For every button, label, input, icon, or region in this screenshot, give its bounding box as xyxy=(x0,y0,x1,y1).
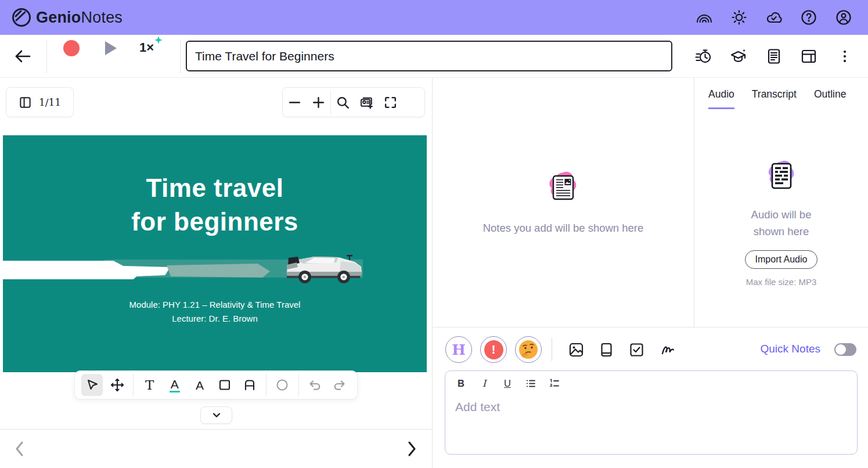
text-tool-glyph: T xyxy=(145,379,154,392)
audio-empty-icon xyxy=(764,159,799,194)
move-tool-button[interactable] xyxy=(106,374,128,396)
editor-toolbar: B I U xyxy=(456,378,560,389)
fullscreen-icon xyxy=(383,95,398,110)
cloud-sync-icon[interactable] xyxy=(765,9,783,26)
more-menu-icon[interactable] xyxy=(836,48,853,65)
notes-empty-icon xyxy=(546,171,581,206)
annotation-toolbar: T A A xyxy=(74,370,358,399)
font-tool-button[interactable]: A xyxy=(189,374,210,396)
next-page-button[interactable] xyxy=(404,440,419,458)
tab-transcript[interactable]: Transcript xyxy=(752,88,797,109)
genio-logo-icon xyxy=(10,6,33,28)
slide-page[interactable]: Time travel for beginners xyxy=(3,135,427,372)
insert-image-icon[interactable] xyxy=(568,342,584,358)
bold-button[interactable]: B xyxy=(456,378,466,389)
collapse-toolbar-button[interactable] xyxy=(200,406,232,424)
quick-notes-section: H ! xyxy=(433,327,868,468)
text-tool-button[interactable]: T xyxy=(139,374,160,396)
app-header: GenioNotes xyxy=(0,0,868,35)
audio-empty-message: Audio will be shown here xyxy=(751,207,812,240)
quick-notes-toggle[interactable] xyxy=(834,343,856,356)
search-button[interactable] xyxy=(331,87,355,117)
account-icon[interactable] xyxy=(835,9,852,26)
chevron-left-icon xyxy=(12,440,27,458)
rectangle-tool-button[interactable] xyxy=(214,374,236,396)
highlight-tool-glyph: A xyxy=(170,378,180,393)
panel-tabs: Audio Transcript Outline xyxy=(708,88,846,109)
note-editor[interactable]: B I U xyxy=(445,370,858,455)
notes-panel: Notes you add will be shown here xyxy=(433,78,694,327)
textbox-tool-button[interactable] xyxy=(239,374,261,396)
bullet-list-icon xyxy=(525,378,536,389)
search-icon xyxy=(336,95,350,110)
help-icon[interactable] xyxy=(800,9,817,26)
select-tool-button[interactable] xyxy=(81,374,103,396)
layout-icon[interactable] xyxy=(800,48,817,65)
toolbar-divider xyxy=(266,374,266,396)
previous-page-button[interactable] xyxy=(12,440,27,458)
zoom-in-button[interactable] xyxy=(307,87,330,117)
bullet-list-button[interactable] xyxy=(525,378,536,389)
audio-panel: Audio Transcript Outline xyxy=(694,78,868,327)
page-indicator-button[interactable]: 1/11 xyxy=(6,87,74,117)
section-divider xyxy=(552,338,552,361)
flashcard-icon[interactable] xyxy=(599,342,614,358)
redo-icon xyxy=(333,378,347,392)
brand-name: GenioNotes xyxy=(36,9,123,27)
play-button[interactable] xyxy=(105,41,117,55)
circle-tool-button[interactable] xyxy=(272,374,293,396)
question-note-button[interactable] xyxy=(515,336,542,363)
toolbar-divider xyxy=(133,374,134,396)
redo-button[interactable] xyxy=(329,374,351,396)
circle-icon xyxy=(275,378,289,392)
tab-audio[interactable]: Audio xyxy=(708,88,734,109)
rainbow-icon[interactable] xyxy=(696,9,713,26)
timer-icon[interactable] xyxy=(695,48,712,65)
viewer-controls xyxy=(282,87,425,117)
slide-title: Time travel for beginners xyxy=(3,171,427,239)
move-icon xyxy=(110,378,124,392)
tab-outline[interactable]: Outline xyxy=(814,88,846,109)
zoom-out-icon xyxy=(287,95,302,110)
chevron-right-icon xyxy=(404,440,419,458)
toolbar-divider xyxy=(46,39,47,73)
audio-transcript-doc-icon xyxy=(772,164,791,188)
underline-button[interactable]: U xyxy=(502,378,513,389)
cursor-icon xyxy=(85,378,99,392)
note-title-input[interactable] xyxy=(186,41,672,71)
app-logo[interactable]: GenioNotes xyxy=(10,6,123,28)
notes-empty-message: Notes you add will be shown here xyxy=(483,222,644,235)
numbered-list-button[interactable] xyxy=(549,378,560,389)
important-note-button[interactable]: ! xyxy=(480,336,507,363)
back-arrow-icon[interactable] xyxy=(14,48,31,64)
highlight-tool-button[interactable]: A xyxy=(164,374,185,396)
import-audio-button[interactable]: Import Audio xyxy=(745,250,818,269)
record-button[interactable] xyxy=(63,40,80,56)
numbered-list-icon xyxy=(549,378,560,389)
zoom-out-button[interactable] xyxy=(283,87,307,117)
sidebar-toggle-icon xyxy=(19,96,32,109)
toolbar-divider xyxy=(180,39,181,73)
font-tool-glyph: A xyxy=(196,379,204,391)
italic-button[interactable]: I xyxy=(479,378,489,389)
editor-placeholder: Add text xyxy=(455,400,500,414)
heading-note-button[interactable]: H xyxy=(445,336,472,363)
page-indicator: 1/11 xyxy=(39,96,61,108)
textbox-icon xyxy=(243,378,257,392)
theme-icon[interactable] xyxy=(730,9,748,26)
playback-speed-button[interactable]: 1× xyxy=(139,40,154,55)
checkbox-icon[interactable] xyxy=(629,342,644,358)
slide-viewer-panel: 1/11 xyxy=(0,78,433,468)
scribble-icon[interactable] xyxy=(660,342,676,358)
note-image-doc-icon xyxy=(553,176,573,199)
add-slide-button[interactable] xyxy=(355,87,379,117)
rectangle-icon xyxy=(218,378,232,392)
quick-notes-label[interactable]: Quick Notes xyxy=(761,343,820,355)
slide-trail-gray xyxy=(167,264,270,278)
toolbar-divider xyxy=(298,374,299,396)
summary-doc-icon[interactable] xyxy=(765,48,783,65)
undo-button[interactable] xyxy=(304,374,326,396)
study-cap-icon[interactable] xyxy=(730,48,747,65)
fullscreen-button[interactable] xyxy=(379,87,402,117)
speed-label: 1× xyxy=(139,40,154,55)
